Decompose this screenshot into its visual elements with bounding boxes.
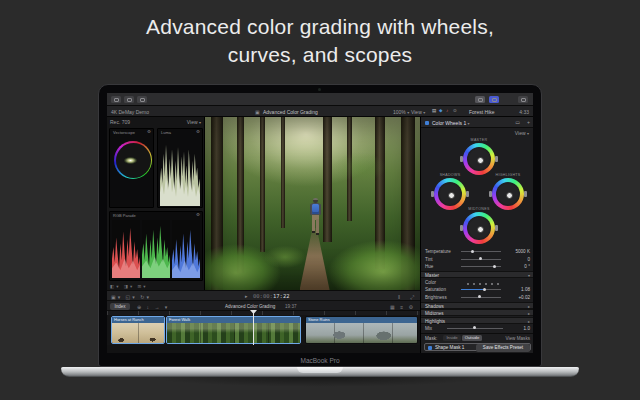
macbook-base (61, 367, 579, 377)
gear-icon[interactable]: ⚙ (196, 212, 200, 217)
brightness-value: +0.02 (518, 295, 530, 300)
inspector-toggle-icon[interactable] (489, 96, 499, 103)
shape-mask-label: Shape Mask 1 (435, 345, 464, 350)
timeline-clip[interactable]: Forest Walk (166, 316, 301, 344)
rgb-parade-title: RGB Parade (113, 213, 136, 218)
viewer-zoom-menu[interactable]: 100% ▾ (393, 109, 409, 115)
brightness-knob[interactable] (478, 295, 481, 298)
wheels-view-menu[interactable]: View ▾ (515, 130, 529, 136)
vectorscope-title: Vectorscope (113, 130, 135, 135)
hero-title-line1: Advanced color grading with wheels, (0, 13, 640, 41)
effect-enable-checkbox[interactable] (425, 121, 429, 125)
vectorscope-panel: Vectorscope ⚙ (109, 128, 154, 208)
loop-icons[interactable]: ‖ (398, 294, 402, 300)
color-tab-icon[interactable]: ◆ (439, 108, 442, 113)
temperature-row: Temperature 5000 K (421, 248, 533, 255)
shadows-section-label: Shadows (425, 304, 444, 309)
highlights-color-wheel[interactable] (492, 178, 524, 210)
timeline-clip[interactable]: Stone Ruins (305, 316, 418, 344)
chevron-down-icon: ▾ (527, 131, 529, 136)
inspector-clip-duration: 4:33 (519, 109, 529, 115)
edit-tools-icons[interactable]: ⊕ ↓ → ▾ (137, 304, 169, 310)
temperature-knob[interactable] (471, 250, 474, 253)
preset-rect-icon[interactable]: ▭ (515, 119, 520, 125)
saturation-slider[interactable] (461, 289, 501, 290)
timeline-settings-icons[interactable]: ▦ ≡ ⚙ (390, 304, 415, 310)
info-bar: 4K DeMay Demo ▣ Advanced Color Grading 1… (107, 106, 533, 117)
mask-inside-button[interactable]: Inside (443, 335, 461, 341)
highlights-section-header[interactable]: Highlights ▸ (421, 317, 533, 324)
rgb-parade-display (112, 220, 200, 278)
timeline-empty-area (107, 345, 420, 353)
viewer-canvas (205, 117, 420, 290)
master-color-wheel[interactable] (463, 143, 495, 175)
index-button[interactable]: Index (110, 303, 130, 310)
timeline-toolbar: Index ⊕ ↓ → ▾ Advanced Color Grading 19:… (107, 300, 420, 310)
view-masks-link[interactable]: View Masks (506, 336, 530, 341)
laptop-shadow (76, 377, 564, 391)
tint-row: Tint 0 (421, 256, 533, 263)
gear-icon[interactable]: ⚙ (196, 129, 200, 134)
chevron-right-icon: ▸ (528, 311, 530, 316)
tint-value: 0 (527, 257, 530, 262)
temperature-slider[interactable] (461, 251, 501, 252)
luma-panel: Luma ⚙ (157, 128, 203, 208)
saturation-knob[interactable] (483, 288, 486, 291)
playhead[interactable] (253, 310, 254, 345)
browser-toggle-icon[interactable] (124, 96, 134, 103)
brightness-slider[interactable] (461, 297, 501, 298)
effect-name[interactable]: Color Wheels 1 ▾ (432, 120, 470, 126)
scope-layout-icons[interactable]: ◧▾ ◨▾ ⊞▾ (110, 284, 148, 289)
shadows-color-wheel[interactable] (434, 178, 466, 210)
color-chips[interactable] (467, 281, 503, 286)
macbook-display: 4K DeMay Demo ▣ Advanced Color Grading 1… (98, 84, 542, 367)
chevron-right-icon: ▸ (528, 304, 530, 309)
mix-knob[interactable] (473, 326, 476, 329)
film-tab-icon[interactable]: ▤ (432, 108, 436, 113)
clip-tools-icons[interactable]: ▣▾ ◱▾ ↻▾ (111, 294, 151, 300)
hero-title-line2: curves, and scopes (0, 41, 640, 69)
macbook-brand-label: MacBook Pro (99, 357, 541, 364)
fcp-window: 4K DeMay Demo ▣ Advanced Color Grading 1… (107, 93, 533, 353)
sidebar-toggle-icon[interactable] (111, 96, 121, 103)
play-icon[interactable]: ▸ (245, 293, 248, 299)
media-toggle-icon[interactable] (475, 96, 485, 103)
hero-title: Advanced color grading with wheels, curv… (0, 13, 640, 69)
share-icon[interactable] (518, 96, 528, 103)
gear-icon[interactable]: ⚙ (147, 129, 151, 134)
viewer-vignette (205, 117, 420, 290)
midtones-color-wheel[interactable] (463, 212, 495, 244)
mask-label: Mask: (425, 336, 437, 341)
highlights-section-label: Highlights (425, 319, 445, 324)
shadows-section-header[interactable]: Shadows ▸ (421, 302, 533, 309)
midtones-section-header[interactable]: Midtones ▸ (421, 309, 533, 316)
viewer-view-menu[interactable]: View ▾ (411, 109, 425, 115)
divider (421, 333, 533, 334)
shape-mask-checkbox[interactable] (428, 346, 432, 350)
luma-title: Luma (161, 130, 171, 135)
saturation-value: 1.08 (521, 287, 530, 292)
timeline-track: Horses at Ranch Forest Walk Stone Ruins (107, 315, 420, 345)
tint-knob[interactable] (479, 257, 482, 260)
timecode-display: 17:22 (273, 293, 290, 299)
mask-outside-button[interactable]: Outside (462, 335, 482, 341)
chevron-down-icon: ▾ (199, 120, 201, 125)
rgb-parade-panel: RGB Parade ⚙ (109, 211, 203, 281)
color-row: Color (421, 279, 533, 286)
master-section-header[interactable]: Master ▾ (421, 271, 533, 278)
add-icon[interactable]: + (527, 119, 530, 125)
audio-tab-icon[interactable]: ♪ (446, 108, 448, 113)
mix-value: 1.0 (524, 326, 530, 331)
clip-thumbnails (167, 323, 300, 344)
clapboard-icon: ▣ (255, 109, 260, 115)
hue-knob[interactable] (493, 265, 496, 268)
hue-row: Hue 0 ° (421, 263, 533, 270)
info-tab-icon[interactable]: ⊙ (453, 108, 457, 113)
timeline-toggle-icon[interactable] (137, 96, 147, 103)
timeline-project-duration: 19:37 (285, 304, 297, 309)
save-effects-preset-button[interactable]: Save Effects Preset (476, 344, 530, 352)
timeline-clip[interactable]: Horses at Ranch (111, 316, 165, 344)
scopes-view-menu[interactable]: View ▾ (187, 119, 201, 125)
scopes-panel: Rec. 709 View ▾ Vectorscope ⚙ Luma ⚙ (107, 117, 205, 290)
wheel-label-master: MASTER (449, 138, 509, 142)
